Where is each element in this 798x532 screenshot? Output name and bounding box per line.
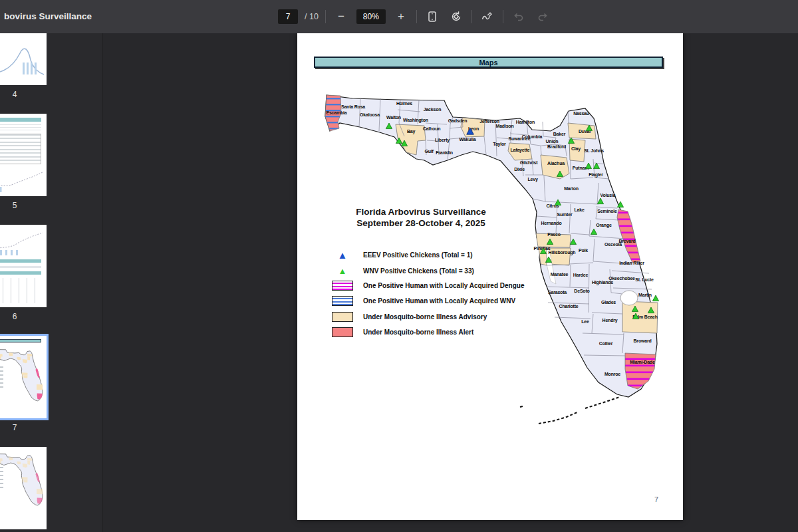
- thumbnail-sketch: [0, 118, 41, 122]
- legend-row-swatch-advisory: Under Mosquito-borne Illness Advisory: [331, 311, 487, 323]
- fit-to-page-button[interactable]: [424, 8, 441, 25]
- county-label-flagler: Flagler: [589, 172, 603, 178]
- county-label-liberty: Liberty: [435, 138, 450, 143]
- map-title-line2: September 28-October 4, 2025: [334, 217, 507, 229]
- rotate-icon: [450, 11, 462, 23]
- florida-keys: [520, 406, 523, 407]
- county-label-hernando: Hernando: [541, 221, 561, 225]
- page-thumbnail-8[interactable]: [0, 447, 47, 529]
- county-label-escambia: Escambia: [326, 110, 346, 115]
- florida-county-map: EscambiaSanta RosaOkaloosaWaltonHolmesWa…: [319, 90, 672, 432]
- thumbnail-sketch: [0, 370, 3, 372]
- legend-row-swatch-dengue: One Positive Human with Locally Acquired…: [331, 279, 524, 291]
- county-label-lake: Lake: [574, 207, 584, 212]
- page-total-label: / 10: [305, 12, 319, 21]
- thumbnail-page-number: 5: [0, 201, 47, 210]
- county-label-union: Union: [546, 139, 559, 144]
- county-label-levy: Levy: [527, 177, 537, 182]
- thumbnail-sidebar: 45678: [0, 33, 103, 532]
- county-label-sarasota: Sarasota: [548, 290, 567, 295]
- zoom-in-button[interactable]: +: [392, 8, 410, 25]
- county-label-st-lucie: St. Lucie: [635, 277, 654, 282]
- undo-icon: [513, 11, 525, 23]
- page-footer-number: 7: [648, 495, 664, 503]
- legend-row-swatch-wnv: One Positive Human with Locally Acquired…: [331, 295, 515, 307]
- county-label-santa-rosa: Santa Rosa: [341, 104, 365, 109]
- page-thumbnail-6[interactable]: [0, 225, 47, 307]
- county-label-hillsborough: Hillsborough: [549, 250, 576, 255]
- page-thumbnail-7[interactable]: [0, 336, 47, 418]
- legend-label: Under Mosquito-borne Illness Alert: [363, 329, 473, 336]
- county-region-miami-dade: [625, 353, 656, 389]
- toolbar-divider: [503, 10, 503, 23]
- county-label-hendry: Hendry: [602, 318, 618, 323]
- lake-okeechobee: [620, 291, 638, 305]
- document-title: bovirus Surveillance: [4, 11, 92, 21]
- county-label-taylor: Taylor: [493, 142, 506, 147]
- county-label-desoto: DeSoto: [574, 289, 589, 293]
- page-number-input[interactable]: [278, 9, 298, 24]
- undo-button[interactable]: [510, 8, 527, 25]
- county-label-jefferson: Jefferson: [479, 119, 499, 124]
- rotate-button[interactable]: [448, 8, 465, 25]
- wnv-chicken-marker: [652, 295, 658, 301]
- county-label-gadsden: Gadsden: [448, 118, 467, 123]
- thumbnail-sketch: [0, 467, 3, 468]
- swatch-alert-icon: [331, 327, 354, 337]
- thumbnail-sketch: [0, 266, 41, 268]
- county-region-alachua: [541, 155, 569, 179]
- legend-row-triangle-blue: ▲EEEV Positive Chickens (Total = 1): [331, 249, 473, 261]
- county-label-marion: Marion: [564, 186, 579, 191]
- pdf-viewport: Maps EscambiaSanta RosaOkaloosaWaltonHol…: [104, 33, 798, 532]
- florida-keys: [585, 397, 620, 408]
- swatch-wnv-icon: [331, 296, 354, 306]
- triangle-green-glyph: ▲: [338, 267, 347, 275]
- county-label-polk: Polk: [579, 248, 588, 253]
- thumbnail-sketch: [0, 483, 3, 484]
- county-label-wakulla: Wakulla: [460, 137, 476, 142]
- page-thumbnail-4[interactable]: [0, 33, 47, 85]
- county-label-pasco: Pasco: [547, 232, 561, 237]
- county-label-holmes: Holmes: [396, 101, 412, 106]
- county-label-okaloosa: Okaloosa: [360, 112, 380, 117]
- county-label-lafayette: Lafayette: [511, 148, 530, 153]
- county-label-indian-river: Indian River: [619, 261, 644, 265]
- thumbnail-sketch: [0, 278, 41, 303]
- county-label-gilchrist: Gilchrist: [520, 160, 538, 165]
- county-label-brevard: Brevard: [618, 239, 635, 243]
- thumbnail-sketch: [0, 378, 3, 380]
- county-label-franklin: Franklin: [436, 150, 453, 155]
- pdf-page: Maps EscambiaSanta RosaOkaloosaWaltonHol…: [297, 33, 683, 520]
- swatch-alert: [332, 327, 353, 337]
- county-label-charlotte: Charlotte: [559, 304, 579, 309]
- thumbnail-sketch: [0, 271, 41, 275]
- zoom-out-button[interactable]: −: [332, 8, 350, 25]
- county-label-glades: Glades: [601, 300, 616, 305]
- legend-label: One Positive Human with Locally Acquired…: [363, 282, 524, 289]
- swatch-dengue-icon: [331, 281, 354, 291]
- page-thumbnail-5[interactable]: [0, 114, 47, 196]
- thumbnail-page-number: 4: [0, 90, 47, 99]
- thumbnail-sketch: [0, 471, 3, 472]
- legend-row-swatch-alert: Under Mosquito-borne Illness Alert: [331, 326, 473, 338]
- county-label-collier: Collier: [599, 341, 613, 346]
- annotate-button[interactable]: [479, 8, 496, 25]
- county-label-alachua: Alachua: [547, 161, 565, 166]
- map-title: Florida Arbovirus Surveillance September…: [334, 206, 507, 229]
- thumbnail-sketch: [0, 339, 41, 342]
- thumbnail-sketch: [0, 479, 3, 480]
- section-header-maps: Maps: [314, 57, 663, 68]
- county-label-monroe: Monroe: [604, 372, 620, 376]
- thumbnail-sketch: [0, 386, 3, 388]
- redo-button[interactable]: [534, 8, 551, 25]
- thumbnail-mini-map: [0, 348, 45, 407]
- county-label-walton: Walton: [386, 115, 401, 120]
- county-label-miami-dade: Miami-Dade: [630, 360, 655, 364]
- thumbnail-sketch: [0, 374, 3, 376]
- fit-to-page-icon: [426, 11, 438, 23]
- county-label-volusia: Volusia: [600, 193, 616, 198]
- zoom-level[interactable]: 80%: [356, 9, 386, 24]
- county-label-orange: Orange: [596, 223, 612, 228]
- thumbnail-sketch: [0, 487, 3, 488]
- county-label-manatee: Manatee: [551, 272, 569, 277]
